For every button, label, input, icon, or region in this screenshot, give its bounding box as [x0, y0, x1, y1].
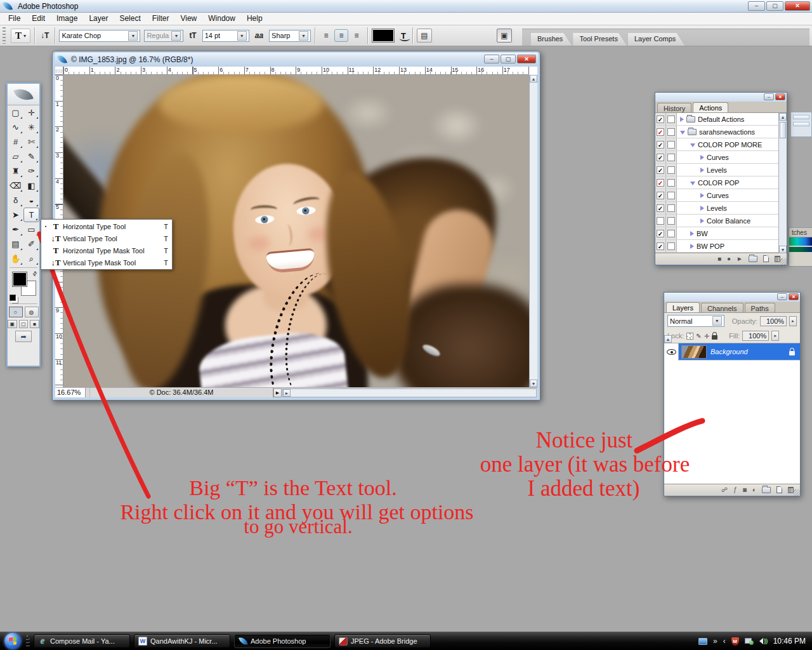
toolbox-tool[interactable]: ✒ [8, 222, 23, 237]
display-tray-icon[interactable] [698, 638, 707, 645]
action-toggle-cell[interactable] [655, 215, 666, 227]
tray-arrow-icon[interactable]: ‹ [723, 637, 726, 646]
taskbar-window-button[interactable]: Compose Mail - Ya... [34, 634, 130, 648]
fill-slider-icon[interactable]: ▸ [771, 331, 779, 341]
vertical-scrollbar[interactable]: ▲ ▼ [529, 75, 537, 387]
toolbox-tool[interactable]: ✄ [23, 135, 39, 149]
checkbox-icon[interactable] [657, 230, 664, 237]
document-size-info[interactable]: © Doc: 36.4M/36.4M [89, 388, 273, 398]
status-popup-icon[interactable]: ▶ [273, 388, 282, 397]
expand-arrow-icon[interactable] [680, 131, 685, 135]
toolbox-tool[interactable]: ◒ [23, 193, 39, 208]
link-layers-icon[interactable]: ☍ [721, 487, 728, 493]
toolbox-tool[interactable]: ➤ [8, 208, 23, 222]
toolbox-tool[interactable]: ✎ [23, 149, 39, 164]
toolbox-tool[interactable]: ✑ [23, 164, 39, 178]
resize-grip[interactable] [794, 489, 800, 496]
fill-value[interactable]: 100% [742, 331, 769, 341]
play-button[interactable]: ► [737, 256, 743, 262]
warp-text-icon[interactable]: T [398, 31, 409, 41]
expand-arrow-icon[interactable] [690, 231, 694, 236]
scroll-right-icon[interactable]: ► [283, 389, 291, 397]
action-toggle-cell[interactable] [655, 202, 666, 214]
font-family-select[interactable]: Karate Chop ▼ [59, 30, 140, 42]
action-dialog-cell[interactable] [666, 176, 677, 189]
scroll-down-icon[interactable]: ▼ [530, 380, 537, 387]
layer-style-icon[interactable]: ƒ [733, 487, 737, 493]
action-label[interactable]: BW [697, 230, 708, 237]
palette-well-tab[interactable]: Tool Presets [573, 33, 627, 46]
menu-item[interactable]: Help [241, 13, 268, 25]
panel-tab[interactable]: Actions [693, 102, 728, 112]
document-titlebar[interactable]: © IMG_1853.jpg @ 16.7% (RGB/8*) – ▢ ✕ [55, 53, 538, 67]
action-row[interactable]: Color Balance [655, 215, 787, 227]
scroll-up-icon[interactable]: ▲ [530, 75, 537, 83]
restore-button[interactable]: ▢ [766, 1, 783, 11]
action-row[interactable]: COLOR POP [655, 176, 787, 189]
toolbox-tool[interactable]: ♜ [8, 164, 23, 178]
menu-item[interactable]: Window [202, 13, 241, 25]
panel-tab[interactable]: Paths [745, 303, 775, 312]
tray-chevron-icon[interactable]: » [713, 637, 717, 646]
menu-item[interactable]: Select [114, 13, 146, 25]
expand-arrow-icon[interactable] [690, 143, 695, 147]
scroll-up-icon[interactable]: ▲ [664, 335, 672, 343]
dialog-toggle-icon[interactable] [667, 204, 675, 212]
foreground-color-swatch[interactable] [12, 272, 27, 287]
panel-minimize-button[interactable]: – [764, 93, 774, 100]
visibility-cell[interactable] [664, 343, 679, 361]
mcafee-shield-icon[interactable]: M [731, 637, 739, 646]
action-dialog-cell[interactable] [666, 138, 677, 150]
align-right-button[interactable]: ≡ [350, 29, 363, 42]
actions-scrollbar[interactable]: ▲ ▼ [778, 113, 787, 253]
action-label[interactable]: BW POP [697, 242, 724, 250]
action-label[interactable]: Default Actions [698, 116, 744, 123]
action-row[interactable]: sarahsnewactions [655, 126, 787, 138]
text-color-swatch[interactable] [372, 29, 395, 43]
fullscreen-button[interactable]: ■ [30, 320, 39, 328]
action-row[interactable]: BW [655, 227, 787, 240]
quick-mask-button[interactable]: ◍ [25, 307, 39, 317]
toolbox-tool[interactable]: ▢ [8, 105, 23, 120]
action-toggle-cell[interactable] [655, 126, 666, 138]
action-label[interactable]: Levels [707, 166, 727, 174]
network-tray-icon[interactable] [745, 638, 754, 645]
action-dialog-cell[interactable] [666, 240, 677, 252]
action-toggle-cell[interactable] [655, 227, 666, 239]
expand-arrow-icon[interactable] [700, 218, 704, 223]
layer-row[interactable]: Background [664, 343, 800, 361]
dropdown-arrow-icon[interactable]: ▼ [712, 316, 722, 326]
dialog-toggle-icon[interactable] [667, 166, 675, 174]
align-center-button[interactable]: ≡ [334, 29, 348, 42]
flyout-menu-item[interactable]: ▪ ↓T Vertical Type Mask Tool T [41, 256, 172, 269]
volume-tray-icon[interactable]: ))) [759, 638, 768, 644]
expand-arrow-icon[interactable] [700, 193, 704, 198]
layer-mask-icon[interactable]: ◙ [743, 487, 747, 493]
menu-item[interactable]: Filter [147, 13, 175, 25]
new-group-button[interactable] [762, 487, 771, 493]
layers-panel-titlebar[interactable]: – ✕ [664, 293, 800, 302]
action-row[interactable]: Curves [655, 189, 787, 202]
go-to-bridge-button[interactable]: ▣ [497, 29, 512, 43]
action-label[interactable]: sarahsnewactions [699, 128, 755, 136]
dialog-toggle-icon[interactable] [667, 116, 675, 123]
checkbox-icon[interactable] [657, 217, 664, 225]
checkbox-icon[interactable] [657, 141, 664, 149]
lock-paint-icon[interactable]: ✎ [696, 333, 701, 340]
opacity-slider-icon[interactable]: ▸ [789, 316, 797, 326]
start-button[interactable] [4, 633, 21, 649]
doc-close-button[interactable]: ✕ [517, 55, 536, 63]
palette-well-tab[interactable]: Layer Comps [628, 33, 684, 46]
resize-grip[interactable] [780, 258, 787, 265]
checkbox-icon[interactable] [657, 179, 664, 187]
toolbox-tool[interactable]: ▱ [8, 149, 23, 164]
adjustment-layer-icon[interactable]: ◐ [752, 487, 756, 493]
opacity-value[interactable]: 100% [760, 316, 787, 326]
taskbar-window-button[interactable]: QandAwithKJ - Micr... [134, 634, 230, 648]
toolbox-tool[interactable]: ✋ [8, 251, 23, 266]
flyout-menu-item[interactable]: ▪ T Horizontal Type Tool T [41, 220, 172, 232]
dialog-toggle-icon[interactable] [667, 217, 675, 225]
toolbox-tool[interactable]: ✛ [23, 105, 39, 120]
action-label[interactable]: Color Balance [707, 217, 750, 225]
new-set-button[interactable] [749, 256, 757, 262]
